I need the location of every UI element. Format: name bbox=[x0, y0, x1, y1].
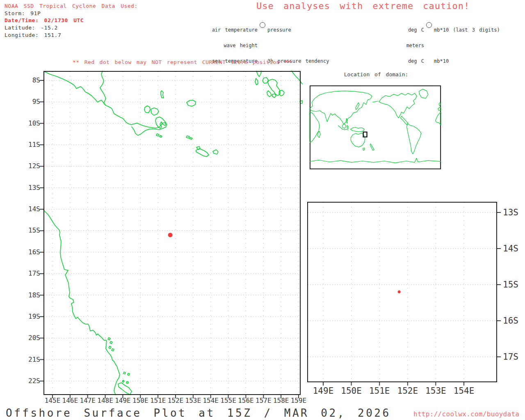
zoom-map bbox=[307, 202, 497, 382]
y-tick-label: 16S bbox=[11, 248, 40, 256]
legend-pressure: pressure bbox=[267, 27, 329, 33]
y-tick-label: 14S bbox=[11, 205, 40, 213]
storm-latitude: Latitude: -15.2 bbox=[5, 24, 58, 32]
x-tick-label: 159E bbox=[286, 397, 311, 404]
y-tick-label: 9S bbox=[11, 98, 40, 105]
x-tick-label: 154E bbox=[447, 386, 480, 396]
y-tick-label: 15S bbox=[11, 226, 40, 234]
y-tick-label: 15S bbox=[503, 280, 518, 290]
storm-longitude: Longitude: 151.7 bbox=[5, 32, 61, 39]
legend-mb10: mb*10 bbox=[434, 59, 500, 64]
station-circle-icon bbox=[426, 22, 432, 28]
world-coastlines bbox=[310, 89, 441, 163]
domain-location-box bbox=[363, 132, 367, 137]
offshore-surface-plot-page: NOAA SSD Tropical Cyclone Data Used: Sto… bbox=[0, 0, 525, 420]
y-tick-label: 10S bbox=[11, 119, 40, 127]
main-map-ticks bbox=[40, 80, 299, 398]
y-tick-label: 13S bbox=[503, 208, 518, 217]
storm-position-dot bbox=[168, 233, 173, 237]
y-tick-label: 13S bbox=[11, 184, 40, 192]
storm-id: Storm: 91P bbox=[5, 10, 41, 17]
legend-air-temperature: air temperature bbox=[176, 27, 258, 33]
station-legend-right: pressure 3h pressure tendency bbox=[267, 17, 329, 74]
legend-degc-2: deg C bbox=[349, 59, 424, 64]
main-map-grid bbox=[44, 71, 300, 395]
y-tick-label: 17S bbox=[11, 269, 40, 277]
storm-data-header: NOAA SSD Tropical Cyclone Data Used: bbox=[5, 2, 138, 10]
main-map-coastlines bbox=[43, 71, 302, 395]
world-inset-map bbox=[310, 85, 441, 169]
y-tick-label: 19S bbox=[11, 313, 40, 320]
zoom-map-grid bbox=[308, 202, 497, 382]
world-inset-frame bbox=[310, 86, 441, 169]
station-circle-icon bbox=[260, 22, 265, 28]
y-tick-label: 14S bbox=[503, 244, 518, 253]
zoom-map-ticks bbox=[323, 212, 501, 386]
y-tick-label: 16S bbox=[503, 316, 518, 326]
legend-wave-height: wave height bbox=[176, 43, 258, 48]
station-units-left: deg C meters deg C bbox=[349, 17, 424, 74]
y-tick-label: 20S bbox=[11, 334, 40, 342]
storm-position-dot bbox=[398, 290, 401, 293]
y-tick-label: 21S bbox=[11, 356, 40, 363]
station-legend-left: air temperature wave height sea temperat… bbox=[176, 17, 258, 74]
storm-position-warning: ** Red dot below may NOT represent CURRE… bbox=[73, 59, 292, 65]
y-tick-label: 12S bbox=[11, 162, 40, 170]
legend-mb10-last3: mb*10 (last 3 digits) bbox=[434, 27, 500, 33]
legend-spacer bbox=[434, 43, 500, 48]
legend-spacer bbox=[267, 43, 329, 48]
caution-headline: Use analyses with extreme caution! bbox=[256, 1, 470, 11]
legend-degc-1: deg C bbox=[349, 27, 424, 33]
y-tick-label: 17S bbox=[503, 352, 518, 362]
y-tick-label: 18S bbox=[11, 291, 40, 299]
y-tick-label: 22S bbox=[11, 377, 40, 385]
y-tick-label: 8S bbox=[11, 76, 40, 84]
station-units-right: mb*10 (last 3 digits) mb*10 bbox=[434, 17, 500, 74]
main-map-frame bbox=[44, 71, 300, 395]
legend-meters: meters bbox=[349, 43, 424, 48]
inset-title: Location of domain: bbox=[310, 71, 442, 78]
zoom-map-frame bbox=[308, 202, 497, 382]
source-url[interactable]: http://coolwx.com/buoydata bbox=[413, 410, 519, 418]
storm-datetime: Date/Time: 02/1730 UTC bbox=[5, 17, 84, 24]
main-map bbox=[43, 71, 301, 395]
y-tick-label: 11S bbox=[11, 141, 40, 148]
plot-title: Offshore Surface Plot at 15Z / MAR 02, 2… bbox=[6, 407, 391, 419]
